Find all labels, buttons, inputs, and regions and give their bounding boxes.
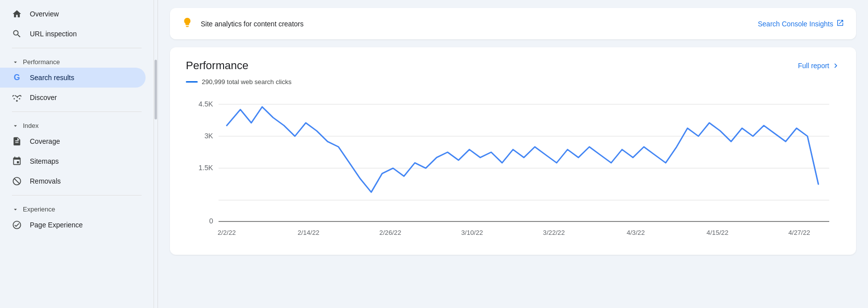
divider-3 — [12, 195, 142, 196]
svg-text:4/3/22: 4/3/22 — [627, 229, 645, 236]
sitemaps-icon — [12, 156, 22, 166]
coverage-icon — [12, 136, 22, 146]
insight-banner: Site analytics for content creators Sear… — [170, 8, 856, 39]
sidebar-item-coverage[interactable]: Coverage — [0, 131, 146, 151]
chevron-down-icon-3 — [12, 206, 19, 213]
sidebar-section-index[interactable]: Index — [0, 116, 154, 131]
svg-text:2/14/22: 2/14/22 — [298, 229, 319, 236]
page-experience-icon — [12, 220, 22, 230]
sidebar-section-index-label: Index — [23, 122, 39, 129]
sidebar-section-performance[interactable]: Performance — [0, 52, 154, 68]
sidebar-item-overview[interactable]: Overview — [0, 4, 146, 24]
sidebar-label-overview: Overview — [30, 10, 59, 18]
divider-2 — [12, 111, 142, 112]
chart-legend: 290,999 total web search clicks — [186, 78, 840, 86]
insight-banner-left: Site analytics for content creators — [182, 17, 304, 30]
full-report-text: Full report — [798, 62, 829, 70]
sidebar-label-search-results: Search results — [30, 74, 74, 82]
svg-text:4/15/22: 4/15/22 — [707, 229, 728, 236]
search-icon — [12, 29, 22, 39]
main-content: Site analytics for content creators Sear… — [158, 0, 868, 308]
chart-line — [227, 107, 818, 192]
sidebar-item-url-inspection[interactable]: URL inspection — [0, 24, 146, 44]
performance-chart: 4.5K 3K 1.5K 0 2/2/22 2/14/22 2/26/22 3/… — [186, 94, 840, 243]
removals-icon — [12, 176, 22, 186]
sidebar-label-discover: Discover — [30, 94, 57, 102]
chevron-down-icon-2 — [12, 122, 19, 129]
sidebar-label-coverage: Coverage — [30, 137, 60, 145]
chevron-right-icon — [831, 61, 840, 70]
sidebar-item-search-results[interactable]: G Search results — [0, 68, 146, 88]
performance-title: Performance — [186, 59, 248, 72]
svg-text:4/27/22: 4/27/22 — [789, 229, 810, 236]
search-console-insights-link[interactable]: Search Console Insights — [758, 19, 844, 28]
sidebar-label-page-experience: Page Experience — [30, 221, 83, 229]
full-report-link[interactable]: Full report — [798, 61, 840, 70]
performance-card: Performance Full report 290,999 total we… — [170, 47, 856, 255]
sidebar-section-experience[interactable]: Experience — [0, 200, 154, 215]
chevron-down-icon — [12, 59, 19, 66]
svg-text:3/22/22: 3/22/22 — [543, 229, 565, 236]
svg-text:0: 0 — [209, 217, 213, 225]
external-link-icon — [836, 19, 844, 28]
svg-text:4.5K: 4.5K — [199, 100, 214, 108]
lightbulb-icon — [182, 17, 193, 30]
legend-dash — [186, 81, 198, 83]
home-icon — [12, 9, 22, 19]
asterisk-icon — [12, 93, 22, 103]
sidebar-label-sitemaps: Sitemaps — [30, 157, 59, 165]
sidebar-item-discover[interactable]: Discover — [0, 88, 146, 107]
sidebar-label-url-inspection: URL inspection — [30, 30, 77, 38]
svg-text:3/10/22: 3/10/22 — [461, 229, 483, 236]
sidebar-section-performance-label: Performance — [23, 58, 60, 66]
google-g-icon: G — [12, 73, 22, 83]
sidebar-label-removals: Removals — [30, 177, 61, 185]
svg-text:2/26/22: 2/26/22 — [380, 229, 401, 236]
svg-text:3K: 3K — [204, 132, 213, 140]
legend-text: 290,999 total web search clicks — [202, 78, 292, 86]
scroll-area — [154, 0, 158, 308]
sidebar-item-removals[interactable]: Removals — [0, 171, 146, 191]
sidebar-item-sitemaps[interactable]: Sitemaps — [0, 151, 146, 171]
insight-link-text: Search Console Insights — [758, 20, 833, 28]
chart-container: 4.5K 3K 1.5K 0 2/2/22 2/14/22 2/26/22 3/… — [186, 94, 840, 243]
insight-banner-text: Site analytics for content creators — [201, 20, 304, 28]
sidebar-section-experience-label: Experience — [23, 205, 55, 213]
divider-1 — [12, 48, 142, 48]
svg-text:2/2/22: 2/2/22 — [218, 229, 236, 236]
performance-header: Performance Full report — [186, 59, 840, 72]
svg-text:1.5K: 1.5K — [199, 164, 214, 172]
sidebar-item-page-experience[interactable]: Page Experience — [0, 215, 146, 235]
sidebar: Overview URL inspection Performance G Se… — [0, 0, 154, 308]
scrollbar-thumb[interactable] — [155, 60, 157, 119]
